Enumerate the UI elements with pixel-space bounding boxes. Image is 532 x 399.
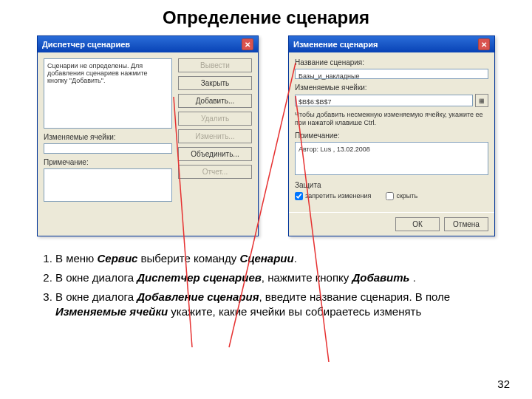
note-display: [44, 168, 172, 202]
cells-row: $B$6:$B$7 ▦: [295, 94, 488, 107]
prevent-changes-checkbox[interactable]: запретить изменения: [295, 192, 371, 200]
cells-display: [44, 143, 172, 154]
dialog-body: Сценарии не определены. Для добавления с…: [38, 52, 258, 208]
cells-label: Изменяемые ячейки:: [44, 133, 172, 141]
name-input[interactable]: Базы_и_накладные: [295, 69, 488, 79]
instructions: В меню Сервис выберите команду Сценарии.…: [0, 244, 532, 332]
delete-button[interactable]: Удалить: [178, 112, 252, 126]
dialogs-container: Диспетчер сценариев ✕ Сценарии не опреде…: [0, 28, 532, 244]
protect-label: Защита: [295, 181, 488, 189]
show-button[interactable]: Вывести: [178, 58, 252, 72]
note-label: Примечание:: [295, 132, 488, 140]
cells-label: Изменяемые ячейки:: [295, 83, 488, 92]
ok-button[interactable]: ОК: [395, 217, 440, 231]
instruction-item: В окне диалога Добавление сценария, введ…: [55, 290, 491, 320]
close-button[interactable]: Закрыть: [178, 76, 252, 90]
dialog-body: Название сценария: Базы_и_накладные Изме…: [289, 52, 494, 212]
range-picker-icon[interactable]: ▦: [475, 94, 488, 107]
cancel-button[interactable]: Отмена: [444, 217, 488, 231]
note-label: Примечание:: [44, 158, 172, 166]
hint-text: Чтобы добавить несмежную изменяемую ячей…: [295, 111, 488, 127]
merge-button[interactable]: Объединить...: [178, 147, 252, 161]
dialog-title: Диспетчер сценариев: [42, 40, 130, 49]
left-column: Сценарии не определены. Для добавления с…: [44, 58, 172, 202]
close-icon[interactable]: ✕: [242, 38, 253, 50]
buttons-column: Вывести Закрыть Добавить... Удалить Изме…: [178, 58, 252, 202]
scenario-edit-dialog: Изменение сценария ✕ Название сценария: …: [288, 35, 495, 236]
page-title: Определение сценария: [0, 7, 532, 28]
cells-input[interactable]: $B$6:$B$7: [295, 95, 473, 106]
report-button[interactable]: Отчет...: [178, 165, 252, 179]
scenario-manager-dialog: Диспетчер сценариев ✕ Сценарии не опреде…: [37, 35, 259, 236]
dialog-title: Изменение сценария: [293, 40, 378, 49]
hide-checkbox[interactable]: скрыть: [386, 192, 417, 200]
checkboxes-row: запретить изменения скрыть: [295, 192, 488, 200]
page-number: 32: [497, 378, 510, 390]
note-textarea[interactable]: Автор: Lus , 13.02.2008: [295, 142, 488, 175]
instruction-item: В меню Сервис выберите команду Сценарии.: [55, 251, 491, 266]
button-row: ОК Отмена: [289, 212, 494, 236]
scenarios-listbox[interactable]: Сценарии не определены. Для добавления с…: [44, 58, 172, 129]
titlebar: Изменение сценария ✕: [289, 36, 494, 52]
add-button[interactable]: Добавить...: [178, 94, 252, 108]
name-label: Название сценария:: [295, 58, 488, 66]
titlebar: Диспетчер сценариев ✕: [38, 36, 258, 52]
edit-button[interactable]: Изменить...: [178, 129, 252, 143]
close-icon[interactable]: ✕: [478, 38, 490, 50]
instruction-item: В окне диалога Диспетчер сценариев, нажм…: [55, 270, 491, 285]
